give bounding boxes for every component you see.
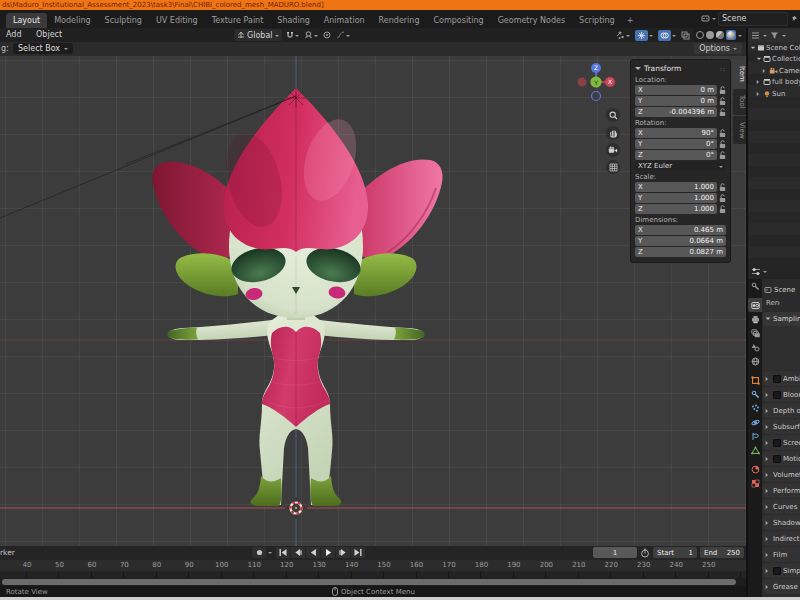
window-title-bar[interactable]: ds\Maduro_Institutional_Assessment_2023\… bbox=[0, 0, 800, 10]
sidebar-tab-item[interactable]: Item bbox=[733, 60, 746, 88]
properties-tab-world[interactable] bbox=[748, 354, 762, 368]
lock-open-icon[interactable] bbox=[719, 108, 726, 117]
timeline-menu-clipped[interactable]: rker bbox=[0, 546, 15, 560]
timeline-ruler[interactable]: 4050607080901001101201301401501601701801… bbox=[0, 560, 746, 571]
workspace-tab-geometry-nodes[interactable]: Geometry Nodes bbox=[491, 13, 572, 28]
chevron-down-icon[interactable] bbox=[738, 35, 742, 39]
chevron-down-icon[interactable] bbox=[268, 552, 272, 556]
show-overlays-toggle[interactable] bbox=[657, 29, 677, 41]
panel-header-curves[interactable]: Curves bbox=[763, 499, 800, 514]
value-field-location-z[interactable]: Z-0.004396 m bbox=[635, 107, 717, 117]
active-tool-dropdown[interactable]: Select Box bbox=[13, 43, 73, 54]
panel-header-simplify[interactable]: Simplify bbox=[763, 563, 800, 578]
chevron-down-icon[interactable] bbox=[712, 18, 716, 22]
transport-play-button[interactable] bbox=[321, 547, 335, 558]
browse-scene-icon[interactable] bbox=[701, 14, 710, 23]
workspace-tab-texture-paint[interactable]: Texture Paint bbox=[205, 13, 271, 28]
panel-header-depth-of-field[interactable]: Depth of Field bbox=[763, 403, 800, 418]
auto-keying-toggle[interactable] bbox=[252, 547, 266, 558]
properties-tab-data[interactable] bbox=[748, 443, 762, 457]
workspace-tab-modeling[interactable]: Modeling bbox=[47, 13, 97, 28]
transport-jump-end-button[interactable] bbox=[351, 547, 365, 558]
view-object-types-dropdown[interactable] bbox=[615, 29, 631, 41]
panel-header-subsurface-scattering[interactable]: Subsurface Scattering bbox=[763, 419, 800, 434]
properties-editor-icon[interactable] bbox=[751, 267, 761, 276]
menu-object[interactable]: Object bbox=[30, 28, 68, 42]
value-field-dimensions-z[interactable]: Z0.0827 m bbox=[635, 247, 726, 257]
value-field-scale-y[interactable]: Y1.000 bbox=[635, 193, 717, 203]
filter-icon[interactable] bbox=[770, 31, 779, 40]
panel-header-volumetrics[interactable]: Volumetrics bbox=[763, 467, 800, 482]
value-field-rotation-x[interactable]: X90° bbox=[635, 128, 717, 138]
panel-checkbox[interactable] bbox=[773, 567, 781, 575]
properties-tab-object[interactable] bbox=[748, 373, 762, 387]
lock-open-icon[interactable] bbox=[719, 129, 726, 138]
panel-checkbox[interactable] bbox=[773, 391, 781, 399]
timeline-track[interactable] bbox=[0, 571, 746, 578]
value-field-dimensions-x[interactable]: X0.465 m bbox=[635, 225, 726, 235]
value-field-location-x[interactable]: X0 m bbox=[635, 85, 717, 95]
lock-open-icon[interactable] bbox=[719, 140, 726, 149]
properties-tab-scene[interactable] bbox=[748, 340, 762, 354]
xray-toggle[interactable] bbox=[680, 29, 691, 41]
panel-checkbox[interactable] bbox=[773, 455, 781, 463]
outliner-row-scene-collection[interactable]: Scene Collection bbox=[748, 42, 800, 54]
expand-icon[interactable] bbox=[763, 69, 768, 74]
properties-tab-tool[interactable] bbox=[748, 279, 762, 293]
camera-view-button[interactable] bbox=[606, 143, 620, 157]
toggle-ortho-button[interactable] bbox=[606, 160, 620, 174]
properties-tab-view-layer[interactable] bbox=[748, 326, 762, 340]
value-field-rotation-z[interactable]: Z0° bbox=[635, 150, 717, 160]
panel-checkbox[interactable] bbox=[773, 375, 781, 383]
chevron-down-icon[interactable] bbox=[782, 35, 786, 39]
panel-header-film[interactable]: Film bbox=[763, 547, 800, 562]
scene-name-field[interactable]: Scene bbox=[718, 12, 788, 26]
transport-key-prev-button[interactable] bbox=[291, 547, 305, 558]
outliner-row-sun[interactable]: Sun bbox=[748, 88, 800, 100]
panel-header-performance[interactable]: Performance bbox=[763, 483, 800, 498]
sidebar-tab-view[interactable]: View bbox=[733, 116, 746, 145]
workspace-tab-uv-editing[interactable]: UV Editing bbox=[149, 13, 205, 28]
value-field-rotation-y[interactable]: Y0° bbox=[635, 139, 717, 149]
proportional-falloff-dropdown[interactable] bbox=[335, 29, 351, 41]
frame-end-field[interactable]: End250 bbox=[700, 547, 744, 558]
transport-key-next-button[interactable] bbox=[336, 547, 350, 558]
lock-open-icon[interactable] bbox=[719, 86, 726, 95]
panel-header-ambient-occlusion[interactable]: Ambient Occlusion bbox=[763, 371, 800, 386]
properties-tab-output[interactable] bbox=[748, 312, 762, 326]
snap-toggle[interactable] bbox=[303, 29, 319, 41]
workspace-tab-compositing[interactable]: Compositing bbox=[426, 13, 490, 28]
breadcrumb-scene[interactable]: Scene bbox=[774, 286, 795, 294]
value-field-location-y[interactable]: Y0 m bbox=[635, 96, 717, 106]
panel-header-shadows[interactable]: Shadows bbox=[763, 515, 800, 530]
add-workspace-button[interactable]: + bbox=[622, 13, 639, 28]
transport-play-back-button[interactable] bbox=[306, 547, 320, 558]
workspace-tab-scripting[interactable]: Scripting bbox=[572, 13, 622, 28]
value-field-dimensions-y[interactable]: Y0.0664 m bbox=[635, 236, 726, 246]
panel-header-grease-pencil[interactable]: Grease Pencil bbox=[763, 579, 800, 594]
snap-target-dropdown[interactable] bbox=[285, 29, 300, 41]
outliner-row-collection[interactable]: Collection bbox=[748, 54, 800, 66]
workspace-tab-rendering[interactable]: Rendering bbox=[372, 13, 427, 28]
viewport-3d[interactable]: Z X Y Transform :: Location:X0 mY0 mZ-0.… bbox=[0, 56, 746, 546]
panel-header-indirect-lighting[interactable]: Indirect Lighting bbox=[763, 531, 800, 546]
panel-header-screen-space-reflections[interactable]: Screen Space Reflections bbox=[763, 435, 800, 450]
menu-add[interactable]: Add bbox=[0, 28, 28, 42]
shading-material-button[interactable] bbox=[716, 31, 724, 39]
expand-icon[interactable] bbox=[757, 92, 762, 97]
lock-open-icon[interactable] bbox=[719, 194, 726, 203]
expand-icon[interactable] bbox=[757, 80, 762, 85]
current-frame-field[interactable]: 1 bbox=[593, 547, 637, 558]
lock-open-icon[interactable] bbox=[719, 151, 726, 160]
transform-orientation-dropdown[interactable]: Global bbox=[234, 29, 282, 41]
workspace-tab-layout[interactable]: Layout bbox=[6, 13, 47, 28]
workspace-tab-sculpting[interactable]: Sculpting bbox=[98, 13, 149, 28]
pan-button[interactable] bbox=[606, 126, 620, 140]
collapse-icon[interactable] bbox=[635, 67, 641, 73]
frame-start-field[interactable]: Start1 bbox=[653, 547, 697, 558]
lock-open-icon[interactable] bbox=[719, 205, 726, 214]
value-field-scale-z[interactable]: Z1.000 bbox=[635, 204, 717, 214]
shading-solid-button[interactable] bbox=[706, 31, 714, 39]
pin-icon[interactable] bbox=[790, 15, 798, 23]
shading-rendered-button[interactable] bbox=[726, 30, 736, 40]
